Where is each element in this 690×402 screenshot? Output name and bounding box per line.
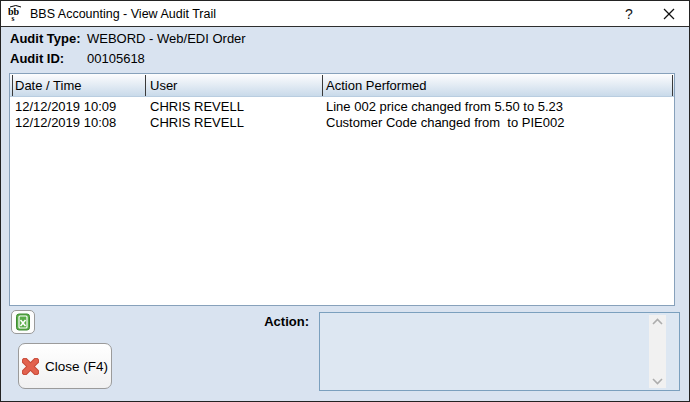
column-separator[interactable] <box>322 75 323 96</box>
table-row[interactable]: 12/12/2019 10:08 CHRIS REVELL Customer C… <box>10 115 673 131</box>
column-separator <box>12 75 13 96</box>
audit-type-label: Audit Type: <box>10 31 81 46</box>
cell-user: CHRIS REVELL <box>150 99 244 115</box>
window-title: BBS Accounting - View Audit Trail <box>30 7 216 21</box>
audit-id-label: Audit ID: <box>10 51 64 66</box>
action-scrollbar[interactable] <box>649 315 666 388</box>
help-button[interactable]: ? <box>609 1 649 26</box>
action-label: Action: <box>201 314 309 329</box>
export-to-excel-button[interactable] <box>11 310 35 334</box>
cell-action-performed: Line 002 price changed from 5.50 to 5.23 <box>326 99 563 115</box>
column-separator[interactable] <box>145 75 146 96</box>
audit-type-value: WEBORD - Web/EDI Order <box>87 31 246 46</box>
column-header-action-performed[interactable]: Action Performed <box>326 74 426 97</box>
close-button-label: Close (F4) <box>45 359 108 374</box>
table-row[interactable]: 12/12/2019 10:09 CHRIS REVELL Line 002 p… <box>10 99 673 115</box>
column-header-date-time[interactable]: Date / Time <box>15 74 81 97</box>
close-window-button[interactable] <box>649 1 689 26</box>
title-bar: bb s BBS Accounting - View Audit Trail ? <box>1 1 689 27</box>
cell-date-time: 12/12/2019 10:09 <box>15 99 116 115</box>
close-icon <box>663 8 675 20</box>
column-header-user[interactable]: User <box>150 74 177 97</box>
audit-trail-dialog: bb s BBS Accounting - View Audit Trail ?… <box>0 0 690 402</box>
scroll-up-icon[interactable] <box>652 318 663 325</box>
cell-user: CHRIS REVELL <box>150 115 244 131</box>
audit-trail-table: Date / Time User Action Performed 12/12/… <box>9 73 675 306</box>
svg-text:s: s <box>12 14 15 22</box>
red-cross-icon <box>22 358 39 375</box>
bbs-logo-icon: bb s <box>8 5 25 22</box>
cell-date-time: 12/12/2019 10:08 <box>15 115 116 131</box>
cell-action-performed: Customer Code changed from to PIE002 <box>326 115 564 131</box>
column-separator[interactable] <box>672 75 673 96</box>
action-textbox[interactable] <box>319 312 680 391</box>
scroll-down-icon[interactable] <box>652 378 663 385</box>
audit-id-value: 00105618 <box>87 51 145 66</box>
table-header-row: Date / Time User Action Performed <box>10 74 674 97</box>
excel-export-icon <box>15 313 31 331</box>
close-f4-button[interactable]: Close (F4) <box>18 343 112 389</box>
